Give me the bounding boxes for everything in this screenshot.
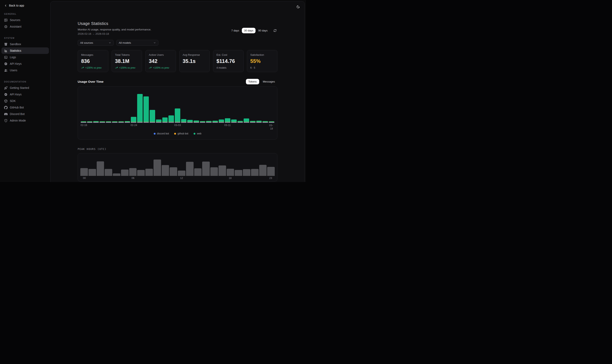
x-tick-label: 12: [180, 177, 183, 180]
models-select[interactable]: All models: [116, 40, 159, 46]
usage-bar[interactable]: [87, 121, 93, 123]
stat-value: 35.1s: [183, 58, 206, 64]
usage-bar[interactable]: [125, 121, 130, 123]
usage-bar[interactable]: [269, 121, 274, 123]
theme-toggle-button[interactable]: [295, 3, 301, 10]
sidebar-item-label: Users: [10, 69, 17, 72]
usage-bar[interactable]: [231, 119, 237, 123]
sidebar-item-users[interactable]: Users: [1, 67, 49, 74]
page-header: Usage Statistics Monitor AI usage, respo…: [78, 21, 277, 35]
peak-bar[interactable]: [194, 168, 202, 176]
usage-bar[interactable]: [212, 121, 218, 123]
sidebar-item-assistant[interactable]: Assistant: [1, 23, 49, 30]
terminal-icon: [4, 56, 8, 59]
sidebar-item-statistics[interactable]: Statistics: [1, 47, 49, 54]
trend-up-icon: [149, 66, 152, 69]
sidebar-item-label: Sandbox: [10, 42, 21, 46]
main-content: Usage Statistics Monitor AI usage, respo…: [51, 21, 305, 182]
sidebar-item-discord-bot[interactable]: Discord Bot: [1, 111, 49, 117]
usage-bar[interactable]: [112, 121, 118, 123]
back-to-app-button[interactable]: Back to app: [1, 2, 49, 9]
range-90-days-button[interactable]: 90 days: [256, 28, 270, 33]
usage-bar[interactable]: [225, 118, 230, 123]
peak-bar[interactable]: [267, 167, 275, 176]
toggle-tokens-button[interactable]: Tokens: [246, 79, 259, 84]
usage-bar[interactable]: [181, 119, 187, 123]
peak-bar[interactable]: [210, 167, 218, 176]
trend-up-icon: [81, 66, 84, 69]
range-7-days-button[interactable]: 7 days: [229, 28, 241, 33]
sidebar-item-api-keys[interactable]: API Keys: [1, 61, 49, 67]
usage-bar[interactable]: [263, 121, 268, 123]
peak-bar[interactable]: [259, 165, 267, 176]
stat-delta-label: +100% vs prev: [153, 66, 169, 69]
stat-delta: +100% vs prev: [115, 66, 139, 69]
x-tick-label: 18: [229, 177, 232, 180]
stat-label: Total Tokens: [115, 53, 139, 56]
usage-bar[interactable]: [162, 117, 168, 123]
peak-bar[interactable]: [89, 169, 96, 176]
peak-bar[interactable]: [97, 161, 104, 176]
sidebar-item-sdk[interactable]: SDK: [1, 98, 49, 104]
peak-bar[interactable]: [235, 170, 242, 176]
usage-bar[interactable]: [238, 121, 243, 123]
sidebar-item-sources[interactable]: Sources: [1, 17, 49, 23]
usage-bar[interactable]: [100, 121, 105, 123]
sidebar-item-sandbox[interactable]: Sandbox: [1, 41, 49, 47]
section-label-documentation: DOCUMENTATION: [4, 80, 46, 83]
peak-bar[interactable]: [170, 167, 177, 176]
usage-bar[interactable]: [194, 120, 199, 123]
sidebar-item-logs[interactable]: Logs: [1, 54, 49, 61]
peak-bar[interactable]: [105, 169, 112, 176]
stat-delta-label: +100% vs prev: [85, 66, 102, 69]
sources-select[interactable]: All sources: [78, 40, 114, 46]
usage-bar[interactable]: [150, 110, 155, 123]
peak-bar[interactable]: [80, 168, 88, 176]
page-subtitle: Monitor AI usage, response quality, and …: [78, 28, 151, 31]
peak-bar[interactable]: [145, 169, 153, 176]
peak-bar[interactable]: [227, 169, 234, 176]
image-icon: [4, 18, 8, 22]
peak-bar[interactable]: [113, 173, 120, 176]
peak-bar[interactable]: [178, 170, 186, 176]
usage-bar[interactable]: [200, 121, 205, 123]
sidebar-item-github-bot[interactable]: GitHub Bot: [1, 104, 49, 111]
peak-bar[interactable]: [137, 170, 145, 176]
peak-bar[interactable]: [186, 162, 194, 176]
usage-bar[interactable]: [137, 94, 143, 123]
usage-bar[interactable]: [187, 120, 193, 123]
range-30-days-button[interactable]: 30 days: [242, 28, 256, 33]
sidebar-item-getting-started[interactable]: Getting Started: [1, 85, 49, 91]
usage-bar[interactable]: [93, 121, 99, 123]
usage-bar[interactable]: [81, 121, 86, 123]
sidebar-item-admin-mode[interactable]: Admin Mode: [1, 117, 49, 124]
peak-bar[interactable]: [202, 162, 210, 176]
peak-bar[interactable]: [218, 166, 226, 176]
usage-bar[interactable]: [250, 121, 255, 123]
usage-bar[interactable]: [118, 121, 124, 123]
peak-hours-x-axis: 0006121823: [80, 177, 275, 180]
legend-label: github bot: [177, 132, 188, 135]
refresh-button[interactable]: [273, 28, 277, 33]
usage-bar[interactable]: [206, 121, 212, 123]
usage-bar[interactable]: [106, 121, 111, 123]
main-panel: Usage Statistics Monitor AI usage, respo…: [50, 1, 305, 182]
usage-bar[interactable]: [244, 118, 249, 123]
peak-bar[interactable]: [121, 169, 129, 176]
peak-bar[interactable]: [129, 168, 137, 176]
usage-bar[interactable]: [156, 119, 161, 123]
x-tick-label: 02-24: [131, 124, 137, 127]
usage-bar[interactable]: [168, 116, 174, 123]
peak-bar[interactable]: [154, 159, 161, 176]
usage-bar[interactable]: [131, 117, 136, 123]
sidebar-item-api-keys[interactable]: API Keys: [1, 91, 49, 98]
peak-bar[interactable]: [243, 169, 250, 176]
peak-bar[interactable]: [251, 169, 259, 176]
usage-bar[interactable]: [175, 108, 180, 123]
usage-bar[interactable]: [219, 119, 224, 123]
toggle-messages-button[interactable]: Messages: [260, 79, 277, 84]
sidebar-item-label: Discord Bot: [10, 112, 25, 116]
peak-bar[interactable]: [162, 165, 169, 176]
usage-bar[interactable]: [144, 96, 149, 123]
usage-bar[interactable]: [256, 121, 262, 123]
